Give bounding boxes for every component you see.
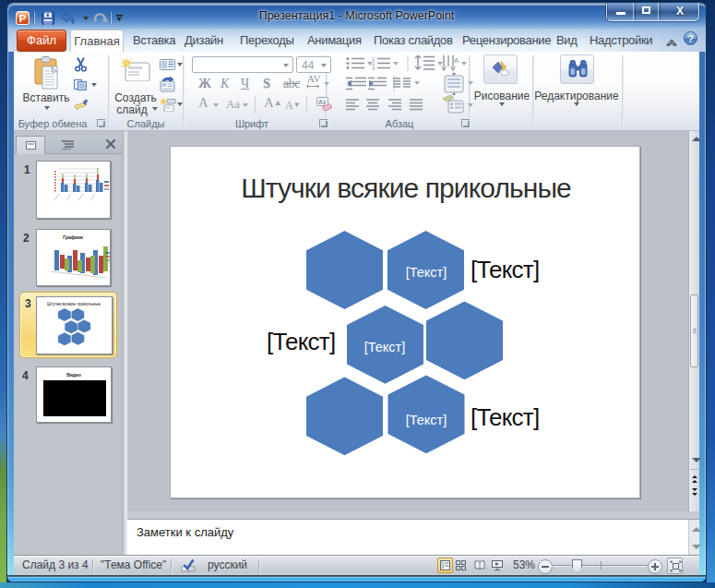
svg-text:Видео: Видео — [66, 372, 81, 378]
svg-text:3: 3 — [372, 66, 375, 71]
svg-text:А: А — [454, 56, 459, 65]
svg-text:Штучки всякие прикольные: Штучки всякие прикольные — [47, 302, 101, 306]
svg-text:Графики: Графики — [63, 234, 83, 240]
svg-text:Аз: Аз — [318, 99, 326, 105]
